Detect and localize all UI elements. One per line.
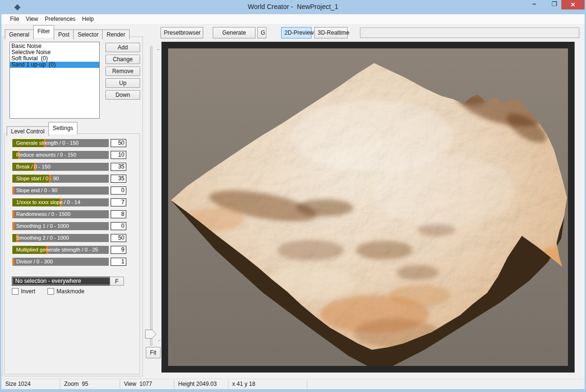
zoom-slider-track[interactable] [150,46,152,346]
slider-label: Smoothing 1 / 0 - 1000 [16,222,69,230]
change-button[interactable]: Change [105,55,140,64]
add-button[interactable]: Add [105,43,140,52]
slider-value-box[interactable]: 35 [111,175,126,183]
zoom-slider-handle[interactable] [145,329,157,341]
slider-value-box[interactable]: 0 [111,222,126,230]
slider-value-box[interactable]: 7 [111,198,126,206]
slider-label: Reduce amounts / 0 - 150 [16,151,76,159]
progress-bar [360,28,579,38]
toolbar: PresetbrowserGenerateG2D-Preview3D-Realt… [161,27,348,38]
minimize-button[interactable]: – [527,0,541,9]
settings-subtabs: Level ControlSettings [7,122,77,133]
slider-value-box[interactable]: 50 [111,139,126,147]
slider-bar[interactable]: 1/xxxx to xxxx slope / 0 - 14 [12,198,109,206]
slider-label: Slope end / 0 - 90 [16,187,57,195]
fit-button[interactable]: Fit [146,347,161,358]
slider-list: Generale strength / 0 - 15050Reduce amou… [5,134,140,374]
status-field-5: x 41 y 18 [228,379,307,389]
status-field-3: View 1077 [120,379,174,389]
status-bar: Size 1024Zoom 95View 1077Height 2049.03x… [1,379,585,389]
menu-item-preferences[interactable]: Preferences [41,14,79,22]
tab-filter[interactable]: Filter [33,25,55,37]
checkbox-label: Invert [21,288,35,295]
slider-value-box[interactable]: 9 [111,246,126,254]
menu-bar: FileViewPreferencesHelp [1,14,585,25]
slider-label: Divisor / 0 - 300 [16,258,53,266]
window-title: World Creator - NewProject_1 [0,3,586,10]
slider-bar[interactable]: Smoothing 2 / 0 - 1000 [12,234,109,242]
menu-item-help[interactable]: Help [79,14,97,22]
slider-marker[interactable] [12,187,14,195]
window-border-bottom [0,389,586,392]
slider-marker[interactable] [12,222,14,230]
slider-value-box[interactable]: 50 [111,234,126,242]
slider-label: Slope start / 0 - 90 [16,175,59,183]
subtab-settings[interactable]: Settings [48,122,77,134]
selection-display[interactable]: No selection - everywhere [12,277,111,286]
slider-bar[interactable]: Break / 0 - 150 [12,163,109,171]
slider-tick [158,340,161,341]
slider-marker[interactable] [12,258,14,266]
slider-value-box[interactable]: 0 [111,187,126,195]
slider-bar[interactable]: Randomness / 0 - 1500 [12,210,109,218]
terrain-preview[interactable] [168,48,568,366]
status-field-4: Height 2049.03 [174,379,228,389]
tab-general[interactable]: General [5,29,34,39]
menu-item-file[interactable]: File [7,14,22,22]
slider-marker[interactable] [12,210,14,218]
slider-bar[interactable]: Smoothing 1 / 0 - 1000 [12,222,109,230]
checkbox-maskmode[interactable]: Maskmode [47,288,85,295]
slider-label: Multiplied generale strength / 0 - 25 [16,246,98,254]
slider-tick [157,49,160,50]
slider-arrow-icon [145,330,156,338]
slider-label: Generale strength / 0 - 150 [16,139,78,147]
slider-value-box[interactable]: 8 [111,210,126,218]
checkbox-label: Maskmode [57,288,85,295]
slider-bar[interactable]: Multiplied generale strength / 0 - 25 [12,246,109,254]
slider-label: Randomness / 0 - 1500 [16,210,70,218]
tab-render[interactable]: Render [102,29,129,39]
toolbar-button-generate[interactable]: Generate [213,27,255,38]
slider-value-box[interactable]: 35 [111,163,126,171]
checkbox-box-icon[interactable] [47,288,54,295]
up-button[interactable]: Up [105,78,140,88]
app-window: ◆ World Creator - NewProject_1 – ❐ ✕ Fil… [0,0,586,392]
preview-frame [161,42,575,373]
status-field-2: Zoom 95 [60,379,120,389]
slider-bar[interactable]: Slope end / 0 - 90 [12,187,109,195]
down-button[interactable]: Down [105,90,140,100]
slider-bar[interactable]: Generale strength / 0 - 150 [12,139,109,147]
checkbox-box-icon[interactable] [12,288,19,295]
slider-label: Break / 0 - 150 [16,163,50,171]
slider-label: Smoothing 2 / 0 - 1000 [16,234,69,242]
slider-value-box[interactable]: 10 [111,151,126,159]
filter-list-item[interactable]: Sand 1 up-up (0) [10,62,99,68]
filter-list-buttons: AddChangeRemoveUpDown [105,43,140,102]
settings-page: Generale strength / 0 - 15050Reduce amou… [4,133,140,374]
toolbar-button-g[interactable]: G [257,27,266,38]
toolbar-button-2d-preview[interactable]: 2D-Preview [281,27,312,38]
slider-value-box[interactable]: 1 [111,258,126,266]
tab-selector[interactable]: Selector [73,29,103,39]
remove-button[interactable]: Remove [105,66,140,76]
status-field-1: Size 1024 [1,379,60,389]
slider-bar[interactable]: Reduce amounts / 0 - 150 [12,151,109,159]
checkbox-invert[interactable]: Invert [12,288,35,295]
tab-post[interactable]: Post [54,29,74,39]
menu-item-view[interactable]: View [22,14,41,22]
title-bar[interactable]: ◆ World Creator - NewProject_1 – ❐ ✕ [0,0,586,15]
slider-bar[interactable]: Slope start / 0 - 90 [12,175,109,183]
selection-f-button[interactable]: F [110,277,124,286]
filter-list[interactable]: Basic NoiseSelective NoiseSoft fluvial (… [9,42,100,119]
slider-bar[interactable]: Divisor / 0 - 300 [12,258,109,266]
main-tabs: GeneralFilterPostSelectorRender [5,25,129,37]
subtab-level-control[interactable]: Level Control [7,126,49,136]
slider-label: 1/xxxx to xxxx slope / 0 - 14 [16,198,80,206]
close-button[interactable]: ✕ [561,0,585,9]
checkbox-row: InvertMaskmode [12,288,97,296]
toolbar-button-presetbrowser[interactable]: Presetbrowser [161,27,203,38]
window-border-left [0,14,1,392]
maximize-button[interactable]: ❐ [547,0,561,9]
toolbar-button-3d-realtime[interactable]: 3D-Realtime [314,27,348,38]
